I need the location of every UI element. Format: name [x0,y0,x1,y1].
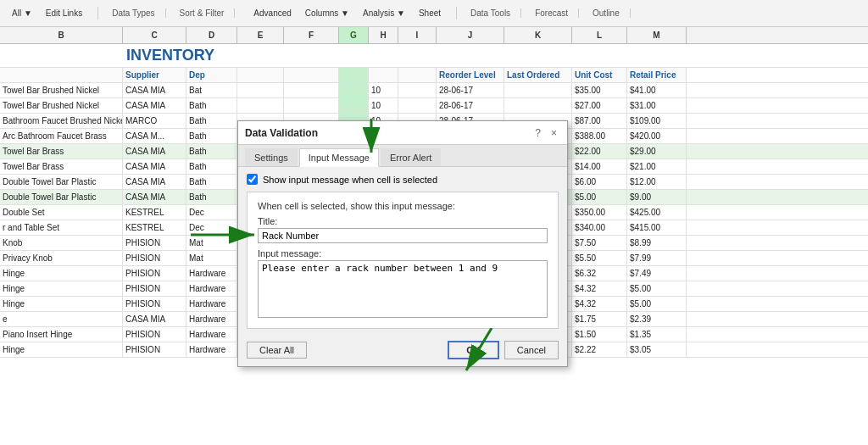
cell-b[interactable]: Hinge [0,342,123,357]
columns-btn[interactable]: Columns ▼ [300,7,354,19]
cell-b[interactable]: Double Towel Bar Plastic [0,175,123,189]
cell-c[interactable]: CASA MIA [123,98,186,113]
cell-m[interactable]: $9.00 [627,190,687,204]
cell-l[interactable]: $27.00 [572,98,627,113]
cell-c[interactable]: PHISION [123,342,186,357]
cell-d[interactable]: Bath [186,129,237,143]
cell-h[interactable]: 10 [369,98,398,113]
cell-g[interactable] [339,98,369,113]
cell-m[interactable]: $425.00 [627,205,687,220]
all-dropdown[interactable]: All ▼ [7,7,37,19]
cell-m[interactable]: $2.39 [627,312,687,326]
cell-l[interactable]: $22.00 [572,144,627,159]
cell-c[interactable]: MARCO [123,114,186,128]
cell-b[interactable]: Towel Bar Brass [0,144,123,159]
cell-i[interactable] [398,83,437,97]
cell-l[interactable]: $5.00 [572,190,627,204]
cell-m[interactable]: $420.00 [627,129,687,143]
cell-d[interactable]: Bath [186,175,237,189]
clear-all-button[interactable]: Clear All [247,342,307,359]
cancel-button[interactable]: Cancel [504,341,559,359]
cell-d[interactable]: Bath [186,98,237,113]
cell-c[interactable]: CASA MIA [123,159,186,174]
cell-c[interactable]: CASA MIA [123,175,186,189]
cell-d[interactable]: Mat [186,251,237,265]
cell-h[interactable]: 10 [369,83,398,97]
cell-l[interactable]: $2.22 [572,342,627,357]
sheet-btn[interactable]: Sheet [414,7,446,19]
cell-d[interactable]: Dec [186,205,237,220]
cell-f[interactable] [284,83,339,97]
cell-l[interactable]: $4.32 [572,281,627,296]
cell-b[interactable]: Bathroom Faucet Brushed Nickel [0,114,123,128]
cell-l[interactable]: $5.50 [572,251,627,265]
message-textarea[interactable]: Please enter a rack number between 1 and… [258,260,548,318]
cell-l[interactable]: $14.00 [572,159,627,174]
cell-l[interactable]: $6.00 [572,175,627,189]
cell-i[interactable] [398,98,437,113]
cell-m[interactable]: $7.49 [627,266,687,281]
show-message-checkbox[interactable] [247,174,258,185]
cell-j[interactable]: 28-06-17 [437,98,504,113]
cell-l[interactable]: $340.00 [572,220,627,235]
cell-l[interactable]: $4.32 [572,297,627,311]
cell-d[interactable]: Hardware [186,297,237,311]
modal-question-btn[interactable]: ? [531,127,544,139]
cell-b[interactable]: Hinge [0,266,123,281]
cell-c[interactable]: PHISION [123,266,186,281]
cell-m[interactable]: $12.00 [627,175,687,189]
cell-l[interactable]: $6.32 [572,266,627,281]
cell-m[interactable]: $5.00 [627,297,687,311]
cell-m[interactable]: $3.05 [627,342,687,357]
cell-d[interactable]: Bath [186,144,237,159]
cell-c[interactable]: PHISION [123,281,186,296]
cell-d[interactable]: Bat [186,83,237,97]
cell-l[interactable]: $350.00 [572,205,627,220]
cell-c[interactable]: KESTREL [123,220,186,235]
cell-d[interactable]: Mat [186,236,237,250]
cell-d[interactable]: Hardware [186,342,237,357]
cell-d[interactable]: Hardware [186,266,237,281]
cell-k[interactable] [504,98,572,113]
cell-b[interactable]: Double Set [0,205,123,220]
cell-d[interactable]: Hardware [186,281,237,296]
cell-g[interactable] [339,83,369,97]
cell-l[interactable]: $87.00 [572,114,627,128]
cell-m[interactable]: $5.00 [627,281,687,296]
cell-m[interactable]: $41.00 [627,83,687,97]
cell-l[interactable]: $35.00 [572,83,627,97]
cell-c[interactable]: PHISION [123,297,186,311]
cell-c[interactable]: CASA MIA [123,83,186,97]
cell-b[interactable]: Arc Bathroom Faucet Brass [0,129,123,143]
cell-c[interactable]: CASA MIA [123,190,186,204]
title-input[interactable] [258,228,548,243]
cell-e[interactable] [237,98,284,113]
cell-c[interactable]: PHISION [123,251,186,265]
cell-m[interactable]: $31.00 [627,98,687,113]
cell-d[interactable]: Hardware [186,327,237,342]
cell-b[interactable]: Towel Bar Brushed Nickel [0,98,123,113]
cell-b[interactable]: Hinge [0,281,123,296]
cell-m[interactable]: $8.99 [627,236,687,250]
cell-c[interactable]: PHISION [123,327,186,342]
cell-b[interactable]: Privacy Knob [0,251,123,265]
cell-k[interactable] [504,83,572,97]
ok-button[interactable]: OK [448,341,499,359]
modal-close-btn[interactable]: × [548,127,560,139]
cell-e[interactable] [237,83,284,97]
cell-m[interactable]: $415.00 [627,220,687,235]
cell-j[interactable]: 28-06-17 [437,83,504,97]
cell-l[interactable]: $1.50 [572,327,627,342]
edit-links-btn[interactable]: Edit Links [41,7,87,19]
cell-c[interactable]: CASA M... [123,129,186,143]
advanced-btn[interactable]: Advanced [248,7,296,19]
cell-m[interactable]: $1.35 [627,327,687,342]
cell-m[interactable]: $7.99 [627,251,687,265]
cell-m[interactable]: $29.00 [627,144,687,159]
analysis-btn[interactable]: Analysis ▼ [358,7,410,19]
modal-tab-error-alert[interactable]: Error Alert [381,148,442,166]
cell-b[interactable]: Double Towel Bar Plastic [0,190,123,204]
cell-b[interactable]: r and Table Set [0,220,123,235]
cell-d[interactable]: Bath [186,114,237,128]
cell-c[interactable]: CASA MIA [123,144,186,159]
